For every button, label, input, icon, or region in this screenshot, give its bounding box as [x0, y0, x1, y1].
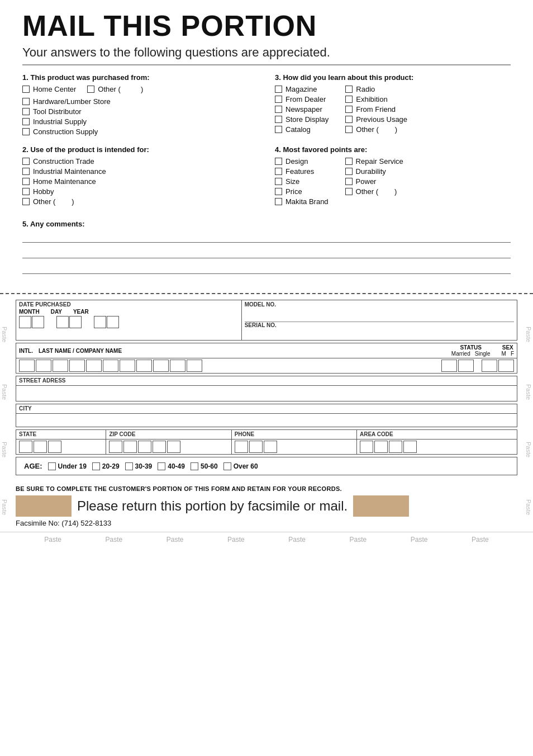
state-box-3[interactable]	[48, 441, 61, 453]
q1-home-center[interactable]: Home Center	[22, 85, 76, 93]
q3-exhibition[interactable]: Exhibition	[345, 95, 407, 103]
q3-from-dealer[interactable]: From Dealer	[275, 95, 329, 103]
status-married-box[interactable]	[441, 360, 457, 372]
bottom-paste-6: Paste	[350, 536, 367, 544]
phone-box-1[interactable]	[235, 441, 248, 453]
zip-box-3[interactable]	[138, 441, 151, 453]
retain-text: BE SURE TO COMPLETE THE CUSTOMER'S PORTI…	[16, 485, 517, 492]
bottom-paste-7: Paste	[411, 536, 428, 544]
single-label: Single	[475, 351, 491, 357]
state-box-1[interactable]	[19, 441, 32, 453]
year-box-2[interactable]	[107, 316, 119, 328]
zip-box-4[interactable]	[153, 441, 166, 453]
month-box-1[interactable]	[19, 316, 31, 328]
age-over60[interactable]: Over 60	[223, 462, 258, 470]
zip-box-2[interactable]	[123, 441, 137, 453]
name-box-10[interactable]	[187, 360, 202, 372]
name-box-2[interactable]	[53, 360, 68, 372]
zip-box-1[interactable]	[109, 441, 122, 453]
name-box-4[interactable]	[86, 360, 102, 372]
q4-power[interactable]: Power	[345, 177, 403, 186]
bottom-paste-5: Paste	[288, 536, 306, 544]
q3-magazine[interactable]: Magazine	[275, 85, 329, 93]
q2-other[interactable]: Other ( )	[22, 197, 258, 206]
question-5: 5. Any comments:	[22, 220, 511, 274]
area-box-1[interactable]	[360, 441, 373, 453]
q2-hobby[interactable]: Hobby	[22, 187, 258, 196]
area-code-label: AREA CODE	[360, 431, 514, 437]
month-box-2[interactable]	[32, 316, 44, 328]
q4-design[interactable]: Design	[275, 157, 329, 166]
question-1: 1. This product was purchased from: Home…	[22, 73, 258, 138]
area-box-2[interactable]	[374, 441, 388, 453]
q4-size[interactable]: Size	[275, 177, 329, 186]
name-box-8[interactable]	[153, 360, 169, 372]
status-single-box[interactable]	[458, 360, 474, 372]
day-box-1[interactable]	[56, 316, 69, 328]
zip-box-5[interactable]	[167, 441, 180, 453]
bottom-paste-3: Paste	[166, 536, 184, 544]
age-20-29[interactable]: 20-29	[92, 462, 120, 470]
question-4: 4. Most favored points are: Design Featu…	[275, 145, 511, 207]
q4-makita-brand[interactable]: Makita Brand	[275, 197, 329, 206]
age-50-60[interactable]: 50-60	[191, 462, 218, 470]
name-box-5[interactable]	[103, 360, 118, 372]
bottom-paste-8: Paste	[472, 536, 489, 544]
m-label: M	[502, 351, 506, 357]
date-model-table: DATE PURCHASED MONTH DAY YEAR	[16, 300, 517, 341]
q4-features[interactable]: Features	[275, 167, 329, 176]
q1-hardware[interactable]: Hardware/Lumber Store	[22, 97, 258, 106]
year-box-1[interactable]	[94, 316, 106, 328]
sex-f-box[interactable]	[498, 360, 514, 372]
q1-tool-distributor[interactable]: Tool Distributor	[22, 107, 258, 116]
q4-price[interactable]: Price	[275, 187, 329, 196]
bottom-paste-2: Paste	[106, 536, 123, 544]
q3-previous-usage[interactable]: Previous Usage	[345, 115, 407, 124]
area-box-4[interactable]	[403, 441, 417, 453]
name-box-9[interactable]	[170, 360, 185, 372]
zip-label: ZIP CODE	[109, 431, 228, 437]
cb-other-1[interactable]	[87, 86, 94, 93]
q3-catalog[interactable]: Catalog	[275, 125, 329, 134]
q4-repair-service[interactable]: Repair Service	[345, 157, 403, 166]
cb-home-center[interactable]	[22, 86, 30, 93]
name-box-3[interactable]	[69, 360, 85, 372]
q2-label: 2. Use of the product is intended for:	[22, 145, 258, 154]
age-table: AGE: Under 19 20-29 30-39	[16, 457, 517, 475]
sex-m-box[interactable]	[482, 360, 497, 372]
q2-construction-trade[interactable]: Construction Trade	[22, 157, 258, 166]
state-label: STATE	[19, 431, 103, 437]
q4-durability[interactable]: Durability	[345, 167, 403, 176]
return-text: Please return this portion by facsimile …	[77, 498, 348, 514]
q4-label: 4. Most favored points are:	[275, 145, 511, 154]
married-label: Married	[451, 351, 470, 357]
area-box-3[interactable]	[389, 441, 402, 453]
name-box-7[interactable]	[136, 360, 152, 372]
state-box-2[interactable]	[34, 441, 47, 453]
q3-from-friend[interactable]: From Friend	[345, 105, 407, 114]
q1-other[interactable]: Other ( )	[87, 85, 143, 93]
q3-store-display[interactable]: Store Display	[275, 115, 329, 124]
return-banner: Please return this portion by facsimile …	[16, 495, 517, 517]
day-box-2[interactable]	[69, 316, 82, 328]
name-box-6[interactable]	[120, 360, 135, 372]
side-paste-left-4: Paste	[1, 499, 8, 515]
fax-number: Facsimile No: (714) 522-8133	[16, 519, 517, 527]
q1-construction-supply[interactable]: Construction Supply	[22, 127, 258, 136]
q1-industrial-supply[interactable]: Industrial Supply	[22, 117, 258, 126]
name-box-1[interactable]	[36, 360, 51, 372]
q3-newspaper[interactable]: Newspaper	[275, 105, 329, 114]
phone-box-2[interactable]	[249, 441, 263, 453]
age-30-39[interactable]: 30-39	[125, 462, 153, 470]
phone-box-3[interactable]	[264, 441, 277, 453]
q2-industrial-maintenance[interactable]: Industrial Maintenance	[22, 167, 258, 176]
q2-home-maintenance[interactable]: Home Maintenance	[22, 177, 258, 186]
age-under19[interactable]: Under 19	[48, 462, 87, 470]
q4-other[interactable]: Other ( )	[345, 187, 403, 196]
serial-no-label: SERIAL NO.	[245, 322, 514, 328]
intl-box[interactable]	[19, 360, 35, 372]
q3-other[interactable]: Other ( )	[345, 125, 407, 134]
q3-radio[interactable]: Radio	[345, 85, 407, 93]
age-40-49[interactable]: 40-49	[158, 462, 185, 470]
intl-label: INTL.	[19, 348, 33, 354]
